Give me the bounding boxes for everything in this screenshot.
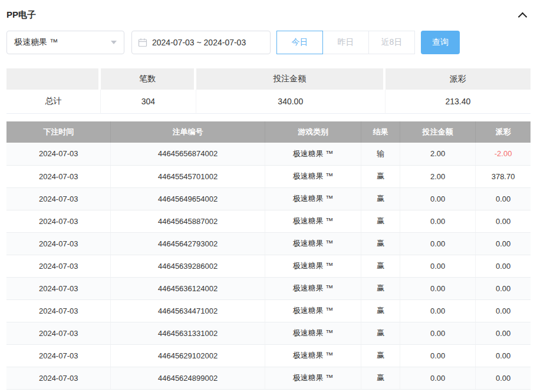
- summary-total-bet: 340.00: [196, 90, 386, 114]
- cell-payout: -2.00: [476, 143, 531, 165]
- cell-result: 赢: [361, 367, 400, 389]
- quick-range-group: 今日 昨日 近8日: [276, 31, 415, 54]
- cell-payout: 0.00: [476, 255, 531, 277]
- cell-bet-amount: 0.00: [400, 367, 476, 389]
- page-title: PP电子: [6, 9, 36, 21]
- table-row: 2024-07-0344645624899002极速糖果 ™赢0.000.00: [6, 367, 531, 389]
- cell-game-type: 极速糖果 ™: [265, 165, 361, 187]
- header-bet-time: 下注时间: [6, 121, 111, 143]
- table-row: 2024-07-0344645649654002极速糖果 ™赢0.000.00: [6, 187, 531, 210]
- header-payout: 派彩: [476, 121, 531, 143]
- game-select-value: 极速糖果 ™: [14, 37, 58, 48]
- cell-game-type: 极速糖果 ™: [265, 143, 361, 165]
- header-game-type: 游戏类别: [265, 121, 361, 143]
- cell-payout: 0.00: [476, 344, 531, 367]
- header-bet-amount: 投注金额: [400, 121, 476, 143]
- cell-bet-time: 2024-07-03: [6, 187, 111, 210]
- date-range-picker[interactable]: 2024-07-03 ~ 2024-07-03: [131, 31, 271, 54]
- panel-header: PP电子: [6, 0, 531, 25]
- cell-bet-amount: 0.00: [400, 255, 476, 277]
- summary-total-count: 304: [101, 90, 196, 114]
- summary-header-payout: 派彩: [386, 68, 531, 90]
- search-button[interactable]: 查询: [421, 31, 460, 54]
- cell-game-type: 极速糖果 ™: [265, 344, 361, 367]
- table-row: 2024-07-0344645645887002极速糖果 ™赢0.000.00: [6, 210, 531, 232]
- summary-header-row: 笔数 投注金额 派彩: [6, 68, 531, 90]
- cell-bet-time: 2024-07-03: [6, 299, 111, 322]
- cell-order-id: 44645645887002: [111, 210, 265, 232]
- filter-row: 极速糖果 ™ 2024-07-03 ~ 2024-07-03 今日 昨日 近8日…: [6, 31, 531, 54]
- cell-game-type: 极速糖果 ™: [265, 255, 361, 277]
- cell-bet-amount: 0.00: [400, 322, 476, 344]
- cell-bet-amount: 0.00: [400, 210, 476, 232]
- cell-order-id: 44645629102002: [111, 344, 265, 367]
- cell-bet-time: 2024-07-03: [6, 232, 111, 255]
- quick-range-button[interactable]: 昨日: [322, 31, 369, 54]
- summary-total-payout: 213.40: [386, 90, 531, 114]
- bet-table-body: 2024-07-0344645656874002极速糖果 ™输2.00-2.00…: [6, 143, 531, 389]
- cell-order-id: 44645656874002: [111, 143, 265, 165]
- cell-game-type: 极速糖果 ™: [265, 277, 361, 299]
- cell-bet-amount: 2.00: [400, 143, 476, 165]
- pp-games-panel: PP电子 极速糖果 ™ 2024-07-03 ~ 2024-07-03 今日 昨…: [0, 0, 537, 390]
- cell-order-id: 44645634471002: [111, 299, 265, 322]
- cell-bet-time: 2024-07-03: [6, 367, 111, 389]
- cell-game-type: 极速糖果 ™: [265, 210, 361, 232]
- cell-bet-amount: 0.00: [400, 344, 476, 367]
- cell-game-type: 极速糖果 ™: [265, 232, 361, 255]
- game-select[interactable]: 极速糖果 ™: [6, 31, 124, 54]
- cell-payout: 0.00: [476, 187, 531, 210]
- cell-bet-time: 2024-07-03: [6, 322, 111, 344]
- cell-result: 赢: [361, 165, 400, 187]
- bet-records-table: 下注时间 注单编号 游戏类别 结果 投注金额 派彩 2024-07-034464…: [6, 121, 531, 390]
- cell-bet-time: 2024-07-03: [6, 344, 111, 367]
- table-row: 2024-07-0344645642793002极速糖果 ™赢0.000.00: [6, 232, 531, 255]
- quick-range-button[interactable]: 今日: [276, 31, 323, 54]
- cell-bet-time: 2024-07-03: [6, 277, 111, 299]
- calendar-icon: [138, 38, 147, 47]
- cell-bet-time: 2024-07-03: [6, 143, 111, 165]
- cell-payout: 0.00: [476, 277, 531, 299]
- cell-bet-amount: 0.00: [400, 299, 476, 322]
- chevron-down-icon: [111, 41, 117, 44]
- cell-result: 输: [361, 143, 400, 165]
- cell-payout: 0.00: [476, 210, 531, 232]
- table-row: 2024-07-0344645545701002极速糖果 ™赢2.00378.7…: [6, 165, 531, 187]
- cell-bet-amount: 0.00: [400, 277, 476, 299]
- bet-table-header-row: 下注时间 注单编号 游戏类别 结果 投注金额 派彩: [6, 121, 531, 143]
- header-result: 结果: [361, 121, 400, 143]
- summary-table: 笔数 投注金额 派彩 总计 304 340.00 213.40: [6, 68, 531, 114]
- cell-result: 赢: [361, 299, 400, 322]
- cell-game-type: 极速糖果 ™: [265, 367, 361, 389]
- cell-payout: 378.70: [476, 165, 531, 187]
- cell-result: 赢: [361, 277, 400, 299]
- cell-game-type: 极速糖果 ™: [265, 322, 361, 344]
- cell-order-id: 44645545701002: [111, 165, 265, 187]
- table-row: 2024-07-0344645656874002极速糖果 ™输2.00-2.00: [6, 143, 531, 165]
- table-row: 2024-07-0344645634471002极速糖果 ™赢0.000.00: [6, 299, 531, 322]
- cell-result: 赢: [361, 322, 400, 344]
- cell-order-id: 44645624899002: [111, 367, 265, 389]
- quick-range-button[interactable]: 近8日: [368, 31, 415, 54]
- cell-result: 赢: [361, 210, 400, 232]
- cell-bet-time: 2024-07-03: [6, 210, 111, 232]
- cell-result: 赢: [361, 255, 400, 277]
- cell-bet-time: 2024-07-03: [6, 165, 111, 187]
- collapse-chevron-icon[interactable]: [518, 12, 528, 21]
- cell-result: 赢: [361, 232, 400, 255]
- cell-bet-time: 2024-07-03: [6, 255, 111, 277]
- header-order-id: 注单编号: [111, 121, 265, 143]
- cell-payout: 0.00: [476, 299, 531, 322]
- cell-order-id: 44645631331002: [111, 322, 265, 344]
- cell-order-id: 44645639286002: [111, 255, 265, 277]
- summary-total-label: 总计: [6, 90, 101, 114]
- table-row: 2024-07-0344645639286002极速糖果 ™赢0.000.00: [6, 255, 531, 277]
- cell-game-type: 极速糖果 ™: [265, 299, 361, 322]
- cell-bet-amount: 0.00: [400, 187, 476, 210]
- cell-order-id: 44645642793002: [111, 232, 265, 255]
- table-row: 2024-07-0344645631331002极速糖果 ™赢0.000.00: [6, 322, 531, 344]
- cell-payout: 0.00: [476, 367, 531, 389]
- cell-result: 赢: [361, 187, 400, 210]
- cell-payout: 0.00: [476, 232, 531, 255]
- table-row: 2024-07-0344645636124002极速糖果 ™赢0.000.00: [6, 277, 531, 299]
